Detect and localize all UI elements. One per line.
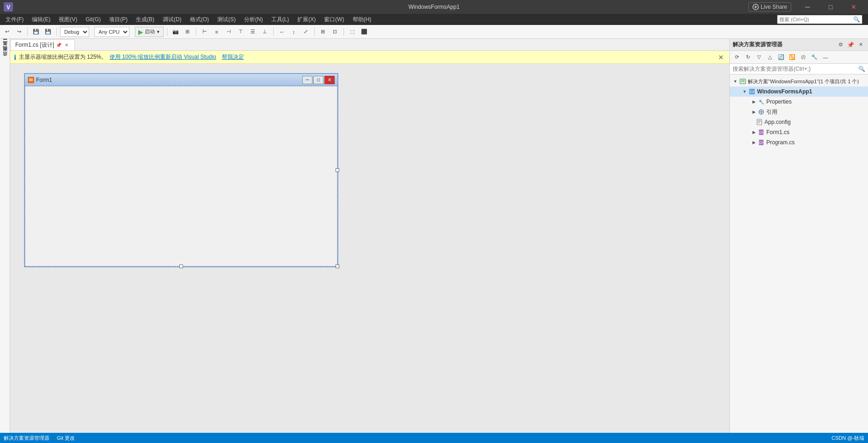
references-icon xyxy=(758,108,765,116)
toolbar-sep-4 xyxy=(196,28,196,36)
menu-git[interactable]: Git(G) xyxy=(82,14,104,25)
se-toolbar-btn9[interactable]: — xyxy=(820,52,831,62)
menu-debug[interactable]: 调试(D) xyxy=(159,14,185,25)
toolbar-size3-btn[interactable]: ⤢ xyxy=(301,27,311,37)
toolbar-grid2-btn[interactable]: ⊡ xyxy=(330,27,340,37)
toolbar-align3-btn[interactable]: ⊣ xyxy=(224,27,234,37)
resize-handle-right[interactable] xyxy=(336,168,339,172)
resize-handle-bottom[interactable] xyxy=(179,265,183,268)
panel-close-btn[interactable]: ✕ xyxy=(856,40,865,49)
form-body[interactable] xyxy=(25,86,337,266)
sidebar-label-class[interactable]: 类视图 xyxy=(1,52,9,57)
status-left: 解决方案资源管理器 Git 更改 xyxy=(4,435,75,442)
toolbar-align5-btn[interactable]: ☰ xyxy=(248,27,258,37)
svg-rect-18 xyxy=(758,120,761,121)
references-expand-arrow[interactable]: ▶ xyxy=(750,108,758,116)
solution-expand-arrow[interactable]: ▼ xyxy=(732,78,739,85)
toolbar-align6-btn[interactable]: ⊥ xyxy=(260,27,270,37)
tree-item-programcs[interactable]: ▶ C# Program.cs xyxy=(730,137,868,148)
se-toolbar-btn5[interactable]: 🔄 xyxy=(776,52,786,62)
se-toolbar-btn6[interactable]: 🔁 xyxy=(787,52,797,62)
tab-pin-icon[interactable]: 📌 xyxy=(56,43,61,48)
toolbar-camera-btn[interactable]: 📷 xyxy=(171,27,181,37)
tab-close-button[interactable]: ✕ xyxy=(63,42,70,49)
menu-file[interactable]: 文件(F) xyxy=(2,14,27,25)
menu-window[interactable]: 窗口(W) xyxy=(320,14,348,25)
appconfig-icon xyxy=(756,118,763,126)
start-dropdown-arrow[interactable]: ▼ xyxy=(156,30,160,34)
tree-item-form1cs[interactable]: ▶ C# Form1.cs xyxy=(730,127,868,137)
toolbar-size1-btn[interactable]: ↔ xyxy=(277,27,287,37)
tree-item-properties[interactable]: ▶ 🔧 Properties xyxy=(730,97,868,107)
notification-link2[interactable]: 帮我决定 xyxy=(222,53,244,61)
resize-handle-corner[interactable] xyxy=(336,265,339,268)
toolbar-sep-6 xyxy=(314,28,315,36)
menu-analyze[interactable]: 分析(N) xyxy=(240,14,267,25)
form1cs-expand-arrow[interactable]: ▶ xyxy=(750,129,758,136)
se-toolbar-btn4[interactable]: △ xyxy=(765,52,775,62)
toolbar-save-btn[interactable]: 💾 xyxy=(31,27,41,37)
se-search-input[interactable] xyxy=(733,66,858,72)
panel-pin-btn[interactable]: 📌 xyxy=(846,41,855,49)
se-toolbar-btn2[interactable]: ↻ xyxy=(743,52,753,62)
tree-item-appconfig[interactable]: App.config xyxy=(730,117,868,127)
se-toolbar-btn3[interactable]: ▽ xyxy=(754,52,764,62)
status-git-changes[interactable]: Git 更改 xyxy=(57,435,75,442)
sidebar-label-info[interactable]: 信息 xyxy=(1,57,9,63)
toolbar-saveall-btn[interactable]: 💾 xyxy=(43,27,53,37)
properties-expand-arrow[interactable]: ▶ xyxy=(750,98,758,105)
toolbar-align1-btn[interactable]: ⊢ xyxy=(200,27,210,37)
toolbar-align4-btn[interactable]: ⊤ xyxy=(236,27,246,37)
toolbar-sep-7 xyxy=(343,28,344,36)
menu-help[interactable]: 帮助(H) xyxy=(349,14,375,25)
toolbar-undo-btn[interactable]: ↩ xyxy=(2,27,12,37)
status-solution-explorer[interactable]: 解决方案资源管理器 xyxy=(4,435,49,442)
maximize-button[interactable]: □ xyxy=(820,0,841,14)
toolbar-misc2-btn[interactable]: ⬛ xyxy=(359,27,369,37)
tree-item-solution[interactable]: ▼ 解决方案"WindowsFormsApp1"(1 个项目/共 1 个) xyxy=(730,76,868,86)
tree-item-references[interactable]: ▶ 引用 xyxy=(730,107,868,117)
toolbar-size2-btn[interactable]: ↕ xyxy=(289,27,299,37)
notification-bar: ℹ 主显示器缩放比例已设置为 125%。 使用 100% 缩放比例重新启动 Vi… xyxy=(10,51,729,64)
project-expand-arrow[interactable]: ▼ xyxy=(741,88,748,95)
debug-config-select[interactable]: Debug xyxy=(60,27,89,37)
minimize-button[interactable]: ─ xyxy=(797,0,818,14)
menu-edit[interactable]: 编辑(E) xyxy=(28,14,54,25)
se-toolbar-btn8[interactable]: 🔧 xyxy=(809,52,819,62)
toolbar-redo-btn[interactable]: ↪ xyxy=(14,27,24,37)
close-button[interactable]: ✕ xyxy=(843,0,864,14)
toolbar-align2-btn[interactable]: ≡ xyxy=(212,27,222,37)
sidebar-label-toolbox[interactable]: 工具箱 xyxy=(1,46,9,52)
programcs-expand-arrow[interactable]: ▶ xyxy=(750,139,758,146)
tree-item-project[interactable]: ▼ C# WindowsFormsApp1 xyxy=(730,86,868,97)
tab-form1-design[interactable]: Form1.cs [设计] 📌 ✕ xyxy=(10,39,75,50)
notification-close-button[interactable]: ✕ xyxy=(716,53,726,62)
live-share-button[interactable]: Live Share xyxy=(748,2,791,12)
menu-build[interactable]: 生成(B) xyxy=(132,14,158,25)
notification-link1[interactable]: 使用 100% 缩放比例重新启动 Visual Studio xyxy=(110,53,216,61)
form-close-btn[interactable]: ✕ xyxy=(324,76,335,84)
menu-view[interactable]: 视图(V) xyxy=(55,14,81,25)
tree-project-label: WindowsFormsApp1 xyxy=(757,88,812,95)
menu-project[interactable]: 项目(P) xyxy=(105,14,131,25)
start-button[interactable]: ▶ 启动 ▼ xyxy=(135,27,164,37)
menu-extensions[interactable]: 扩展(X) xyxy=(293,14,319,25)
toolbar-main: ↩ ↪ 💾 💾 Debug Any CPU ▶ 启动 ▼ 📷 ⊞ ⊢ ≡ ⊣ ⊤… xyxy=(0,25,868,39)
menu-tools[interactable]: 工具(L) xyxy=(268,14,293,25)
design-canvas[interactable]: Form1 ─ □ ✕ xyxy=(10,64,729,433)
se-toolbar-btn7[interactable]: ⟨/⟩ xyxy=(798,52,808,62)
form-minimize-btn[interactable]: ─ xyxy=(302,76,312,84)
platform-select[interactable]: Any CPU xyxy=(94,27,129,37)
se-toolbar-btn1[interactable]: ⟳ xyxy=(732,52,742,62)
panel-settings-btn[interactable]: ⚙ xyxy=(836,40,845,49)
search-input[interactable] xyxy=(779,17,853,22)
toolbar-misc1-btn[interactable]: ⬚ xyxy=(347,27,357,37)
form-maximize-btn[interactable]: □ xyxy=(313,76,324,84)
menu-format[interactable]: 格式(O) xyxy=(186,14,213,25)
menu-test[interactable]: 测试(S) xyxy=(214,14,239,25)
toolbar-snap-btn[interactable]: ⊞ xyxy=(183,27,193,37)
tree-form1cs-label: Form1.cs xyxy=(766,129,789,135)
toolbar-grid1-btn[interactable]: ⊞ xyxy=(318,27,328,37)
toolbar-sep-2 xyxy=(56,28,57,36)
sidebar-label-server[interactable]: 服务器资源管理器 xyxy=(1,41,9,46)
